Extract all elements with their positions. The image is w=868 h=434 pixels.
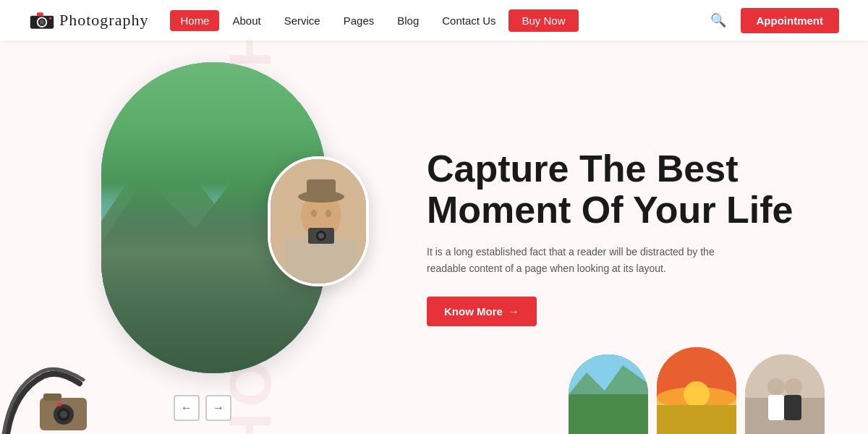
svg-rect-19: [216, 285, 223, 289]
svg-rect-54: [784, 395, 801, 420]
bottom-gallery: [569, 347, 868, 434]
nav-contact[interactable]: Contact Us: [432, 10, 506, 31]
gallery-thumb-3[interactable]: [745, 354, 825, 434]
camera-strap-svg: [0, 347, 94, 434]
headline-line2: Moment Of Your Life: [427, 189, 793, 231]
know-more-label: Know More: [444, 305, 503, 318]
gallery-2-svg: [657, 347, 736, 434]
svg-rect-26: [307, 179, 336, 198]
svg-rect-13: [201, 298, 226, 321]
svg-point-12: [200, 273, 226, 299]
svg-rect-20: [208, 305, 218, 312]
search-button[interactable]: 🔍: [710, 12, 726, 28]
camera-icon: [29, 10, 55, 30]
svg-rect-3: [37, 12, 43, 16]
hero-headline: Capture The Best Moment Of Your Life: [427, 148, 825, 231]
hero-images: ← →: [0, 41, 405, 434]
svg-point-37: [57, 402, 61, 407]
gallery-thumb-2[interactable]: [657, 347, 736, 434]
hero-subtext: It is a long established fact that a rea…: [427, 244, 731, 276]
svg-point-17: [211, 317, 226, 328]
svg-rect-33: [43, 393, 61, 401]
small-portrait-image: [268, 156, 369, 286]
svg-point-27: [311, 210, 317, 217]
svg-rect-8: [101, 272, 326, 373]
svg-point-51: [767, 378, 785, 396]
nav-pages[interactable]: Pages: [333, 10, 385, 31]
hero-navigation-arrows: ← →: [174, 395, 231, 421]
svg-point-16: [201, 317, 216, 328]
logo[interactable]: Photography: [29, 10, 148, 30]
svg-rect-22: [285, 239, 357, 286]
portrait-svg: [271, 159, 369, 286]
headline-line1: Capture The Best: [427, 148, 739, 190]
appointment-button[interactable]: Appointment: [741, 8, 839, 33]
gallery-1-svg: [569, 354, 648, 434]
svg-line-14: [188, 301, 201, 305]
svg-rect-52: [768, 395, 784, 420]
logo-text: Photography: [59, 11, 148, 30]
nav-service[interactable]: Service: [274, 10, 331, 31]
search-icon: 🔍: [710, 13, 726, 27]
hero-section: PHOTOGRAPHY: [0, 41, 868, 434]
svg-point-9: [156, 301, 271, 330]
svg-rect-11: [170, 321, 257, 331]
arrow-right-icon: →: [509, 305, 519, 318]
gallery-3-svg: [745, 354, 825, 434]
prev-arrow-button[interactable]: ←: [174, 395, 200, 421]
svg-point-47: [684, 381, 710, 407]
nav-about[interactable]: About: [222, 10, 271, 31]
svg-point-10: [170, 321, 257, 339]
navbar: Photography Home About Service Pages Blo…: [0, 0, 868, 41]
nav-blog[interactable]: Blog: [387, 10, 429, 31]
know-more-button[interactable]: Know More →: [427, 297, 537, 326]
buy-now-button[interactable]: Buy Now: [509, 9, 578, 32]
camera-strap-decor: [0, 340, 101, 434]
svg-point-2: [39, 20, 44, 25]
nav-home[interactable]: Home: [170, 10, 219, 31]
svg-point-28: [326, 210, 331, 217]
gallery-thumb-1[interactable]: [569, 354, 648, 434]
portrait-bg: [271, 159, 366, 284]
svg-point-53: [785, 378, 802, 396]
svg-line-15: [226, 301, 239, 305]
nav-links: Home About Service Pages Blog Contact Us…: [170, 9, 698, 32]
svg-point-36: [60, 411, 67, 418]
svg-point-4: [49, 17, 52, 20]
next-arrow-button[interactable]: →: [205, 395, 231, 421]
svg-rect-18: [207, 285, 214, 289]
svg-point-31: [318, 233, 324, 239]
svg-rect-48: [657, 405, 736, 434]
